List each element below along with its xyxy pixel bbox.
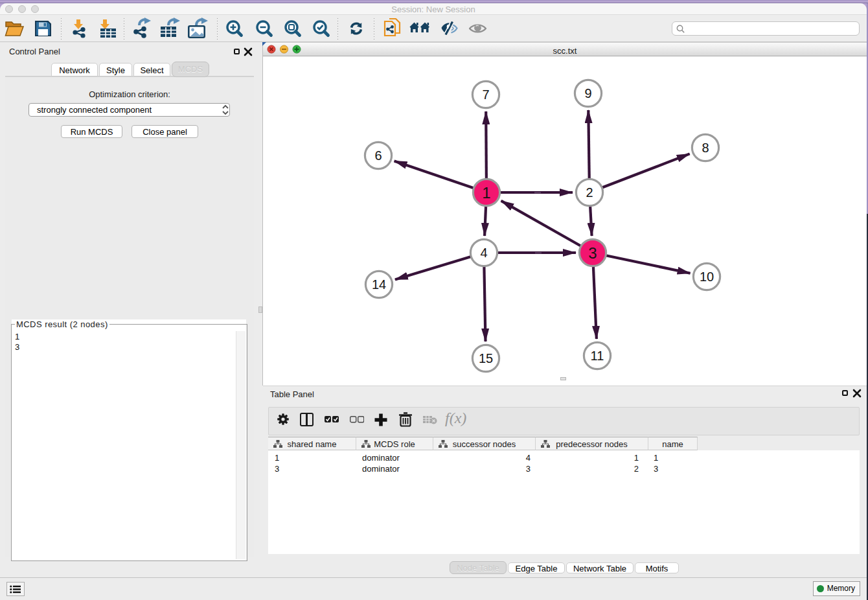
svg-text:3: 3 — [588, 244, 597, 262]
svg-text:1: 1 — [482, 184, 490, 202]
svg-text:4: 4 — [480, 246, 487, 260]
svg-text:15: 15 — [479, 351, 493, 365]
svg-text:9: 9 — [584, 86, 591, 100]
svg-text:8: 8 — [702, 141, 709, 155]
svg-text:10: 10 — [700, 270, 714, 284]
svg-text:2: 2 — [586, 185, 593, 200]
svg-text:11: 11 — [591, 349, 604, 363]
svg-text:7: 7 — [482, 87, 489, 102]
svg-text:14: 14 — [372, 277, 386, 292]
svg-text:6: 6 — [374, 148, 382, 163]
